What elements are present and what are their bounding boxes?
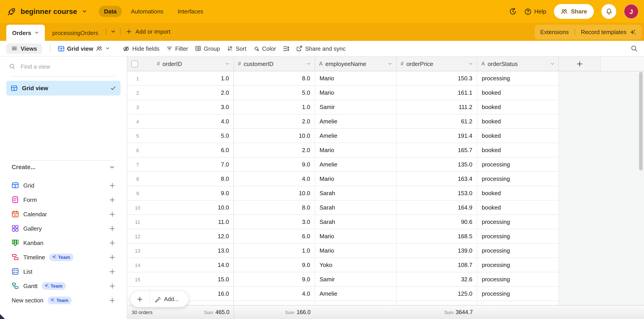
record-templates-button[interactable]: Record templates [581, 29, 636, 36]
cell-employeename[interactable]: Mario [315, 86, 396, 100]
cell-employeename[interactable]: Samir [315, 100, 396, 114]
cell-orderstatus[interactable]: booked [477, 201, 559, 214]
chevron-down-icon[interactable] [388, 62, 392, 66]
cell-orderprice[interactable]: 32.6 [396, 272, 477, 286]
cell-customerid[interactable]: 10.0 [234, 129, 315, 143]
cell-customerid[interactable]: 1.0 [234, 244, 315, 257]
filter-button[interactable]: Filter [166, 45, 188, 52]
cell-orderstatus[interactable]: processing [477, 71, 559, 85]
chevron-down-icon[interactable] [469, 62, 473, 66]
cell-orderprice[interactable]: 153.0 [396, 186, 477, 200]
add-view-button[interactable] [109, 182, 116, 189]
create-item-new-section[interactable]: New sectionTeam [0, 293, 126, 307]
cell-orderid[interactable]: 99.0 [127, 186, 234, 200]
create-item-calendar[interactable]: 31Calendar [0, 207, 126, 221]
cell-orderid[interactable]: 1111.0 [127, 215, 234, 229]
column-header-orderprice[interactable]: # orderPrice [396, 57, 477, 71]
sidebar-item-grid-view[interactable]: Grid view [6, 81, 120, 96]
cell-orderid[interactable]: 1515.0 [127, 272, 234, 286]
create-item-gallery[interactable]: Gallery [0, 221, 126, 235]
cell-orderprice[interactable]: 168.5 [396, 229, 477, 243]
create-item-kanban[interactable]: Kanban [0, 235, 126, 250]
cell-orderprice[interactable]: 163.4 [396, 172, 477, 186]
add-record-button[interactable] [130, 291, 150, 307]
cell-customerid[interactable]: 6.0 [234, 229, 315, 243]
cell-orderid[interactable]: 77.0 [127, 157, 234, 171]
cell-orderid[interactable]: 1414.0 [127, 258, 234, 272]
add-view-button[interactable] [109, 297, 116, 303]
grid-view-button[interactable]: Grid view [58, 45, 110, 52]
table-row[interactable]: 22.05.0Mario161.1booked [127, 86, 559, 100]
customerid-sum[interactable]: Sum 166.0 [285, 305, 310, 319]
add-field-button[interactable] [559, 57, 600, 71]
table-row[interactable]: 1414.09.0Yoko108.7processing [127, 258, 559, 272]
create-item-gantt[interactable]: GanttTeam [0, 279, 126, 293]
nav-data[interactable]: Data [98, 6, 122, 17]
cell-orderprice[interactable]: 125.0 [396, 287, 477, 300]
cell-orderid[interactable]: 22.0 [127, 86, 234, 100]
table-row[interactable]: 55.010.0Amelie191.4booked [127, 129, 559, 143]
cell-customerid[interactable]: 2.0 [234, 114, 315, 128]
add-or-import-button[interactable]: Add or import [126, 28, 170, 35]
cell-orderstatus[interactable]: processing [477, 215, 559, 229]
nav-interfaces[interactable]: Interfaces [172, 6, 208, 17]
add-view-button[interactable] [109, 239, 116, 246]
cell-orderid[interactable]: 66.0 [127, 143, 234, 157]
table-row[interactable]: 88.04.0Mario163.4processing [127, 172, 559, 186]
add-view-button[interactable] [109, 268, 116, 275]
nav-automations[interactable]: Automations [126, 6, 169, 17]
avatar[interactable]: J [624, 4, 638, 19]
cell-orderid[interactable]: 55.0 [127, 129, 234, 143]
table-row[interactable]: 44.02.0Amelie61.2booked [127, 114, 559, 129]
cell-employeename[interactable]: Yoko [315, 258, 396, 272]
add-view-button[interactable] [109, 196, 116, 203]
table-row[interactable]: 1515.09.0Samir32.6processing [127, 272, 559, 287]
find-view-input[interactable] [20, 63, 98, 70]
views-button[interactable]: Views [6, 43, 42, 54]
cell-orderid[interactable]: 88.0 [127, 172, 234, 186]
table-row[interactable]: 99.010.0Sarah153.0booked [127, 186, 559, 201]
cell-customerid[interactable]: 4.0 [234, 172, 315, 186]
cell-orderid[interactable]: 1010.0 [127, 201, 234, 214]
cell-orderstatus[interactable]: booked [477, 100, 559, 114]
cell-customerid[interactable]: 2.0 [234, 143, 315, 157]
cell-employeename[interactable]: Mario [315, 244, 396, 257]
add-view-button[interactable] [109, 282, 116, 289]
search-icon[interactable] [630, 45, 638, 52]
chevron-down-icon[interactable] [550, 62, 554, 66]
cell-employeename[interactable]: Mario [315, 71, 396, 85]
history-icon[interactable] [509, 8, 517, 15]
cell-orderprice[interactable]: 90.6 [396, 215, 477, 229]
cell-employeename[interactable]: Amelie [315, 157, 396, 171]
cell-orderprice[interactable]: 150.3 [396, 71, 477, 85]
column-header-orderid[interactable]: # orderID [127, 57, 234, 71]
create-item-list[interactable]: List [0, 264, 126, 279]
cell-customerid[interactable]: 8.0 [234, 71, 315, 85]
table-row[interactable]: 1010.08.0Sarah164.9booked [127, 201, 559, 215]
cell-orderstatus[interactable]: booked [477, 114, 559, 128]
cell-customerid[interactable]: 10.0 [234, 186, 315, 200]
cell-orderprice[interactable]: 108.7 [396, 258, 477, 272]
add-view-button[interactable] [109, 211, 116, 217]
hide-fields-button[interactable]: Hide fields [123, 45, 159, 52]
cell-orderstatus[interactable]: processing [477, 229, 559, 243]
cell-customerid[interactable]: 1.0 [234, 100, 315, 114]
cell-orderstatus[interactable]: booked [477, 86, 559, 100]
add-view-button[interactable] [109, 225, 116, 232]
base-brand[interactable]: beginner course [7, 7, 87, 16]
cell-customerid[interactable]: 8.0 [234, 201, 315, 214]
column-header-customerid[interactable]: # customerID [234, 57, 315, 71]
table-row[interactable]: 1212.06.0Mario168.5processing [127, 229, 559, 244]
cell-employeename[interactable]: Amelie [315, 114, 396, 128]
cell-customerid[interactable]: 9.0 [234, 258, 315, 272]
table-row[interactable]: 33.01.0Samir111.2booked [127, 100, 559, 114]
create-item-timeline[interactable]: TimelineTeam [0, 250, 126, 264]
tab-list-chevron-icon[interactable] [111, 29, 116, 34]
cell-orderid[interactable]: 33.0 [127, 100, 234, 114]
cell-orderprice[interactable]: 111.2 [396, 100, 477, 114]
cell-employeename[interactable]: Amelie [315, 129, 396, 143]
cell-orderid[interactable]: 44.0 [127, 114, 234, 128]
sort-button[interactable]: Sort [227, 45, 246, 52]
cell-orderstatus[interactable]: processing [477, 244, 559, 257]
cell-orderid[interactable]: 1212.0 [127, 229, 234, 243]
